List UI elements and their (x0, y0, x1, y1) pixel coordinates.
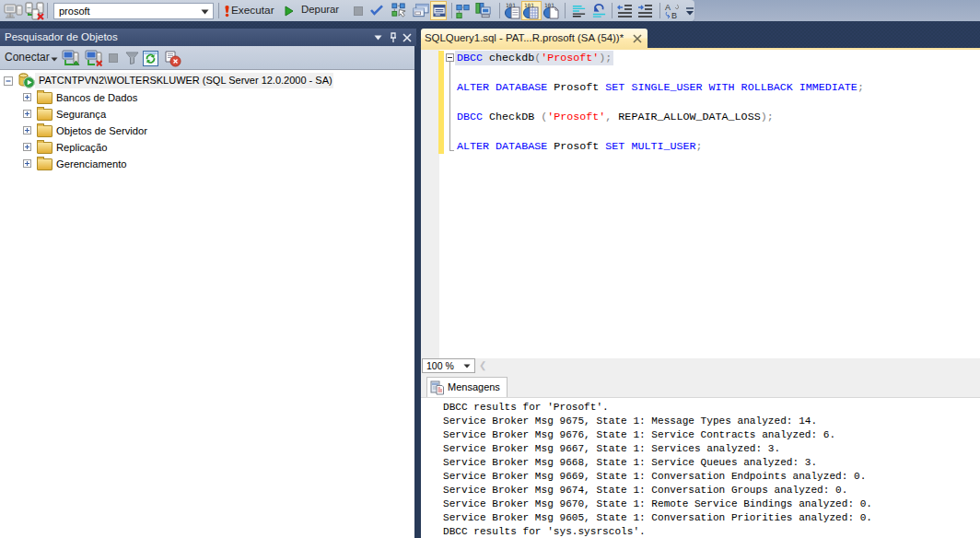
svg-text:B: B (671, 11, 677, 19)
svg-text:A: A (665, 3, 671, 12)
